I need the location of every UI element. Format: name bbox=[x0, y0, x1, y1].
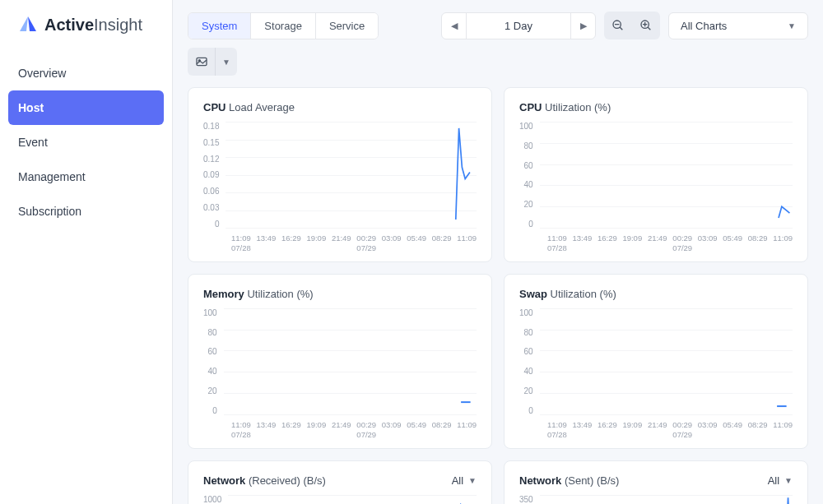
tab-system[interactable]: System bbox=[188, 13, 251, 39]
y-axis: 0.180.150.120.090.060.030 bbox=[203, 122, 226, 229]
time-range-picker: ◀ 1 Day ▶ bbox=[441, 12, 596, 39]
plot-area bbox=[540, 495, 793, 505]
sidebar-nav: OverviewHostEventManagementSubscription bbox=[0, 56, 172, 229]
main-content: SystemStorageService ◀ 1 Day ▶ All Chart… bbox=[173, 0, 823, 504]
series-line bbox=[226, 122, 477, 228]
chart-title: CPU Load Average bbox=[203, 101, 295, 113]
chart-card-0: CPU Load Average0.180.150.120.090.060.03… bbox=[188, 87, 492, 262]
chart-title: Memory Utilization (%) bbox=[203, 288, 314, 300]
chart-card-3: Swap Utilization (%)10080604020011:0907/… bbox=[504, 274, 808, 449]
y-axis: 350300250200150100 bbox=[519, 495, 540, 505]
export-menu-button[interactable]: ▼ bbox=[216, 48, 237, 76]
charts-grid: CPU Load Average0.180.150.120.090.060.03… bbox=[188, 87, 808, 504]
category-tabs: SystemStorageService bbox=[188, 12, 379, 39]
chart-selector-label: All Charts bbox=[681, 20, 727, 32]
chart-card-2: Memory Utilization (%)10080604020011:090… bbox=[188, 274, 492, 449]
time-range-label[interactable]: 1 Day bbox=[467, 13, 570, 39]
zoom-controls bbox=[604, 12, 660, 39]
series-line bbox=[540, 308, 793, 414]
chart-filter-dropdown[interactable]: All ▼ bbox=[768, 474, 793, 487]
chart-plot: 100806040200 bbox=[203, 308, 477, 415]
sidebar-item-host[interactable]: Host bbox=[8, 90, 164, 125]
x-axis: 11:0907/2813:4916:2919:0921:4900:2907/29… bbox=[519, 420, 793, 440]
sidebar-item-management[interactable]: Management bbox=[0, 160, 172, 194]
y-axis: 100806040200 bbox=[519, 122, 540, 229]
series-line bbox=[228, 495, 477, 505]
time-range-prev[interactable]: ◀ bbox=[442, 13, 467, 39]
chart-plot: 350300250200150100 bbox=[519, 495, 793, 505]
chart-selector-dropdown[interactable]: All Charts ▼ bbox=[668, 12, 808, 39]
chevron-down-icon: ▼ bbox=[788, 21, 796, 30]
zoom-in-button[interactable] bbox=[632, 12, 660, 39]
logo-icon bbox=[18, 15, 38, 35]
zoom-out-icon bbox=[611, 19, 625, 32]
y-axis: 100806040200 bbox=[519, 308, 540, 415]
chart-plot: 100806040200 bbox=[519, 308, 793, 415]
chart-plot: 100806040200 bbox=[519, 122, 793, 229]
chart-card-1: CPU Utilization (%)10080604020011:0907/2… bbox=[504, 87, 808, 262]
brand-light: Insight bbox=[94, 16, 142, 34]
zoom-out-button[interactable] bbox=[604, 12, 632, 39]
chart-card-4: Network (Received) (B/s)All ▼10008006004… bbox=[188, 460, 492, 505]
export-controls: ▼ bbox=[188, 48, 237, 76]
chart-plot: 0.180.150.120.090.060.030 bbox=[203, 122, 477, 229]
x-axis: 11:0907/2813:4916:2919:0921:4900:2907/29… bbox=[203, 234, 477, 253]
x-axis: 11:0907/2813:4916:2919:0921:4900:2907/29… bbox=[519, 234, 793, 253]
chart-title: Swap Utilization (%) bbox=[519, 288, 616, 300]
toolbar: SystemStorageService ◀ 1 Day ▶ All Chart… bbox=[188, 12, 808, 76]
chart-title: Network (Sent) (B/s) bbox=[519, 474, 619, 487]
sidebar-item-event[interactable]: Event bbox=[0, 125, 172, 160]
sidebar-item-overview[interactable]: Overview bbox=[0, 56, 172, 90]
svg-line-6 bbox=[648, 27, 650, 30]
y-axis: 100806040200 bbox=[203, 308, 224, 415]
svg-line-2 bbox=[620, 27, 622, 30]
export-button[interactable] bbox=[188, 48, 216, 76]
sidebar-item-subscription[interactable]: Subscription bbox=[0, 194, 172, 229]
chart-title: Network (Received) (B/s) bbox=[203, 474, 326, 487]
zoom-in-icon bbox=[639, 19, 653, 32]
chevron-down-icon: ▼ bbox=[222, 58, 230, 67]
series-line bbox=[540, 122, 793, 228]
chart-title: CPU Utilization (%) bbox=[519, 101, 611, 113]
x-axis: 11:0907/2813:4916:2919:0921:4900:2907/29… bbox=[203, 420, 477, 440]
plot-area bbox=[540, 122, 793, 229]
sidebar: ActiveInsight OverviewHostEventManagemen… bbox=[0, 0, 173, 504]
plot-area bbox=[540, 308, 793, 415]
chart-plot: 1000800600400200 bbox=[203, 495, 477, 505]
plot-area bbox=[226, 122, 477, 229]
time-range-next[interactable]: ▶ bbox=[570, 13, 595, 39]
y-axis: 1000800600400200 bbox=[203, 495, 228, 505]
chart-card-5: Network (Sent) (B/s)All ▼350300250200150… bbox=[504, 460, 808, 505]
series-line bbox=[224, 308, 477, 414]
plot-area bbox=[224, 308, 477, 415]
plot-area bbox=[228, 495, 477, 505]
export-icon bbox=[195, 55, 208, 68]
tab-service[interactable]: Service bbox=[316, 13, 378, 39]
brand-bold: Active bbox=[44, 16, 94, 34]
tab-storage[interactable]: Storage bbox=[251, 13, 316, 39]
series-line bbox=[540, 495, 793, 505]
chart-filter-dropdown[interactable]: All ▼ bbox=[452, 474, 477, 487]
brand-logo: ActiveInsight bbox=[0, 15, 172, 56]
